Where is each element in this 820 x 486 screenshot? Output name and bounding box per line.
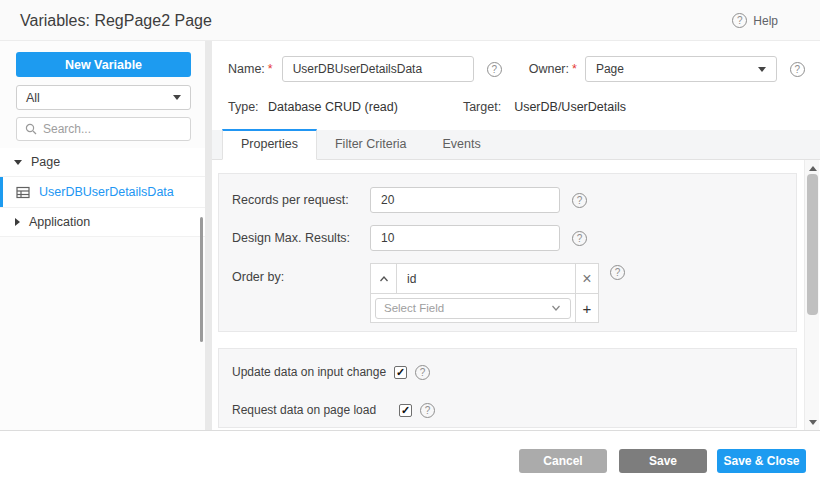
remove-field-button[interactable]: ×	[575, 264, 598, 293]
new-variable-button[interactable]: New Variable	[16, 52, 191, 77]
database-icon	[16, 186, 30, 199]
update-on-change-help-icon[interactable]	[415, 365, 430, 380]
tab-properties[interactable]: Properties	[222, 129, 317, 160]
tab-bar: Properties Filter Criteria Events	[212, 130, 820, 160]
order-by-row: Order by: id ×	[232, 263, 625, 323]
design-max-results-input[interactable]	[370, 225, 560, 251]
dropdown-caret-icon	[173, 95, 181, 100]
name-row: Name:* Owner:* Page	[228, 56, 805, 82]
tree-item-variable-label: UserDBUserDetailsData	[39, 185, 174, 199]
page-title: Variables: RegPage2 Page	[20, 0, 212, 41]
design-max-results-label: Design Max. Results:	[232, 231, 370, 245]
dropdown-caret-icon	[758, 67, 766, 72]
chevron-up-icon	[378, 274, 390, 284]
records-per-request-row: Records per request:	[232, 187, 587, 213]
tree-group-page[interactable]: Page	[0, 148, 205, 177]
request-on-load-help-icon[interactable]	[420, 403, 435, 418]
dialog-footer: Cancel Save Save & Close	[0, 430, 820, 486]
variable-search[interactable]	[16, 117, 191, 141]
tab-filter-criteria[interactable]: Filter Criteria	[317, 129, 425, 159]
design-max-help-icon[interactable]	[572, 231, 587, 246]
required-asterisk: *	[572, 62, 577, 76]
records-per-request-label: Records per request:	[232, 193, 370, 207]
target-value: UserDB/UserDetails	[514, 100, 626, 114]
content-scrollbar	[804, 160, 819, 430]
add-field-button[interactable]: +	[575, 294, 598, 322]
update-on-change-checkbox[interactable]	[394, 366, 407, 379]
variables-dialog: Variables: RegPage2 Page Help New Variab…	[0, 0, 820, 486]
tab-events[interactable]: Events	[425, 129, 499, 159]
order-by-editor: id × Select Field	[370, 263, 599, 323]
request-on-load-row: Request data on page load	[232, 401, 435, 419]
chevron-right-icon	[15, 218, 20, 226]
chevron-down-icon	[550, 303, 562, 313]
request-settings-panel: Records per request: Design Max. Results…	[218, 173, 797, 332]
select-field-cell: Select Field	[371, 294, 575, 322]
scroll-up-button[interactable]	[805, 162, 820, 174]
design-max-results-row: Design Max. Results:	[232, 225, 587, 251]
variable-detail-panel: Name:* Owner:* Page Type: Database CRUD …	[212, 41, 820, 430]
tree-group-application[interactable]: Application	[0, 208, 205, 237]
variable-filter-value: All	[26, 91, 40, 105]
close-icon: ×	[582, 270, 591, 288]
owner-select[interactable]: Page	[585, 56, 777, 82]
tree-group-application-label: Application	[29, 215, 90, 229]
order-by-help-icon[interactable]	[610, 265, 625, 280]
dialog-header: Variables: RegPage2 Page Help	[0, 0, 820, 41]
search-input[interactable]	[43, 122, 173, 136]
variables-sidebar: New Variable All Page	[0, 41, 205, 430]
type-row: Type: Database CRUD (read) Target: UserD…	[228, 97, 626, 117]
owner-value: Page	[596, 62, 624, 76]
order-by-field-row: id ×	[371, 264, 598, 293]
owner-help-icon[interactable]	[790, 62, 805, 77]
order-by-field-value: id	[397, 264, 575, 293]
variables-tree: Page UserDBUserDetailsData Application	[0, 148, 205, 237]
scroll-down-button[interactable]	[805, 416, 820, 428]
save-and-close-button[interactable]: Save & Close	[717, 449, 806, 473]
help-label: Help	[753, 14, 778, 28]
selected-indicator	[0, 177, 3, 207]
request-on-load-checkbox[interactable]	[399, 404, 412, 417]
tree-group-page-label: Page	[31, 155, 60, 169]
tree-item-variable[interactable]: UserDBUserDetailsData	[0, 177, 205, 208]
scroll-down-icon	[809, 420, 817, 425]
records-help-icon[interactable]	[572, 193, 587, 208]
update-on-change-row: Update data on input change	[232, 363, 430, 381]
help-icon	[732, 13, 747, 28]
scroll-up-icon	[809, 166, 817, 171]
help-button[interactable]: Help	[732, 13, 778, 28]
order-by-label: Order by:	[232, 263, 370, 292]
cancel-button[interactable]: Cancel	[519, 449, 607, 473]
owner-label: Owner:*	[529, 62, 577, 76]
name-help-icon[interactable]	[487, 62, 502, 77]
select-field-placeholder: Select Field	[384, 302, 444, 314]
type-label: Type:	[228, 100, 268, 114]
name-input[interactable]	[282, 56, 474, 82]
required-asterisk: *	[268, 62, 273, 76]
properties-tab-content: Records per request: Design Max. Results…	[212, 160, 820, 430]
target-label: Target:	[463, 100, 501, 114]
select-field-dropdown[interactable]: Select Field	[375, 298, 571, 319]
variable-filter-select[interactable]: All	[16, 85, 191, 110]
plus-icon: +	[583, 300, 592, 317]
chevron-down-icon	[14, 160, 22, 165]
name-label: Name:*	[228, 62, 273, 76]
order-by-add-row: Select Field +	[371, 293, 598, 322]
save-button[interactable]: Save	[619, 449, 707, 473]
sort-direction-button[interactable]	[371, 264, 397, 293]
type-value: Database CRUD (read)	[268, 100, 398, 114]
scrollbar-thumb[interactable]	[807, 174, 818, 315]
search-icon	[25, 123, 37, 135]
records-per-request-input[interactable]	[370, 187, 560, 213]
sidebar-scrollbar-thumb[interactable]	[200, 217, 203, 342]
behavior-panel: Update data on input change Request data…	[218, 348, 797, 428]
sidebar-divider	[205, 41, 212, 430]
update-on-change-label: Update data on input change	[232, 365, 386, 379]
request-on-load-label: Request data on page load	[232, 403, 376, 417]
